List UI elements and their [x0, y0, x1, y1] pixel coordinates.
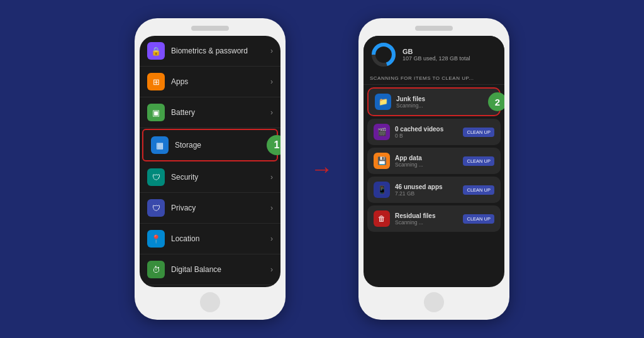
settings-icon-location: 📍 [147, 230, 165, 248]
settings-item-battery[interactable]: ▣Battery› [140, 97, 280, 128]
storage-header: GB 107 GB used, 128 GB total [364, 36, 504, 72]
scan-label: SCANNING FOR ITEMS TO CLEAN UP... [364, 72, 504, 85]
clean-items-list: 📁Junk filesScanning...2🎬0 cached videos0… [364, 85, 504, 287]
settings-icon-biometrics: 🔒 [147, 42, 165, 60]
cleanup-btn-residual[interactable]: CLEAN UP [463, 214, 494, 224]
settings-item-storage[interactable]: ▦Storage›1 [142, 129, 278, 161]
cleaner-screen: GB 107 GB used, 128 GB total SCANNING FO… [364, 36, 504, 287]
settings-item-biometrics[interactable]: 🔒Biometrics & password› [140, 36, 280, 67]
clean-item-cached-videos: 🎬0 cached videos0 BCLEAN UP [367, 119, 501, 145]
settings-item-apps[interactable]: ⊞Apps› [140, 67, 280, 97]
clean-info-unused-apps: 46 unused apps7.21 GB [395, 183, 458, 197]
storage-info: GB 107 GB used, 128 GB total [402, 48, 498, 62]
settings-label-apps: Apps [171, 77, 270, 86]
settings-screen: 🔒Biometrics & password›⊞Apps›▣Battery›▦S… [140, 36, 280, 287]
settings-icon-digital-balance: ⏱ [147, 261, 165, 278]
settings-item-privacy[interactable]: 🛡Privacy› [140, 193, 280, 224]
settings-label-privacy: Privacy [171, 204, 270, 212]
clean-sub-app-data: Scanning ... [395, 161, 458, 168]
settings-item-security[interactable]: 🛡Security› [140, 162, 280, 193]
clean-icon-cached-videos: 🎬 [374, 124, 390, 140]
cleanup-btn-cached-videos[interactable]: CLEAN UP [463, 128, 494, 137]
phone-notch-left [191, 26, 229, 31]
settings-item-location[interactable]: 📍Location› [140, 224, 280, 254]
clean-icon-residual: 🗑 [374, 210, 390, 227]
settings-chevron-biometrics: › [270, 46, 273, 55]
transition-arrow: → [311, 156, 333, 182]
settings-item-digital-balance[interactable]: ⏱Digital Balance› [140, 254, 280, 285]
clean-icon-app-data: 💾 [374, 153, 390, 169]
clean-title-junk: Junk files [396, 95, 493, 102]
phone-notch-right [415, 26, 453, 31]
settings-label-storage: Storage [175, 141, 267, 150]
clean-icon-junk: 📁 [375, 94, 391, 110]
clean-title-residual: Residual files [395, 212, 458, 219]
clean-sub-junk: Scanning... [396, 102, 493, 109]
settings-icon-apps: ⊞ [147, 73, 165, 90]
cleaner-content: GB 107 GB used, 128 GB total SCANNING FO… [364, 36, 504, 287]
clean-info-cached-videos: 0 cached videos0 B [395, 126, 458, 139]
clean-item-unused-apps: 📱46 unused apps7.21 GBCLEAN UP [367, 177, 501, 203]
cleanup-btn-app-data[interactable]: CLEAN UP [463, 156, 494, 166]
left-phone: 🔒Biometrics & password›⊞Apps›▣Battery›▦S… [135, 18, 286, 320]
clean-sub-residual: Scanning ... [395, 219, 458, 226]
settings-label-security: Security [171, 173, 270, 182]
clean-sub-unused-apps: 7.21 GB [395, 190, 458, 197]
settings-chevron-digital-balance: › [270, 265, 273, 274]
clean-item-junk: 📁Junk filesScanning...2 [367, 87, 501, 116]
settings-item-accessibility[interactable]: ♿Accessibility features› [140, 285, 280, 287]
settings-chevron-battery: › [270, 108, 273, 117]
cleanup-btn-unused-apps[interactable]: CLEAN UP [463, 185, 494, 195]
settings-label-biometrics: Biometrics & password [171, 46, 270, 55]
settings-label-battery: Battery [171, 108, 270, 117]
clean-title-unused-apps: 46 unused apps [395, 183, 458, 190]
clean-info-junk: Junk filesScanning... [396, 95, 493, 109]
home-button-right[interactable] [424, 292, 444, 312]
settings-chevron-apps: › [270, 77, 273, 86]
settings-chevron-location: › [270, 234, 273, 243]
settings-chevron-security: › [270, 173, 273, 182]
settings-icon-battery: ▣ [147, 104, 165, 121]
clean-title-app-data: App data [395, 155, 458, 161]
home-button-left[interactable] [200, 292, 220, 312]
settings-label-location: Location [171, 234, 270, 243]
clean-info-app-data: App dataScanning ... [395, 155, 458, 168]
settings-icon-privacy: 🛡 [147, 199, 165, 217]
step-badge-1: 1 [267, 135, 280, 155]
settings-icon-security: 🛡 [147, 168, 165, 186]
storage-donut-chart [370, 41, 397, 68]
clean-icon-unused-apps: 📱 [374, 182, 390, 198]
clean-title-cached-videos: 0 cached videos [395, 126, 458, 133]
clean-item-residual: 🗑Residual filesScanning ...CLEAN UP [367, 205, 501, 232]
settings-chevron-privacy: › [270, 204, 273, 212]
step-badge-2: 2 [488, 92, 504, 111]
settings-icon-storage: ▦ [151, 136, 169, 154]
clean-info-residual: Residual filesScanning ... [395, 212, 458, 226]
storage-used-label: 107 GB used, 128 GB total [402, 55, 498, 62]
arrow-container: → [311, 156, 333, 182]
right-phone: GB 107 GB used, 128 GB total SCANNING FO… [358, 18, 509, 320]
settings-label-digital-balance: Digital Balance [171, 265, 270, 274]
settings-list: 🔒Biometrics & password›⊞Apps›▣Battery›▦S… [140, 36, 280, 287]
clean-sub-cached-videos: 0 B [395, 133, 458, 139]
storage-gb-label: GB [402, 48, 498, 55]
clean-item-app-data: 💾App dataScanning ...CLEAN UP [367, 148, 501, 174]
scene: 🔒Biometrics & password›⊞Apps›▣Battery›▦S… [0, 0, 644, 338]
